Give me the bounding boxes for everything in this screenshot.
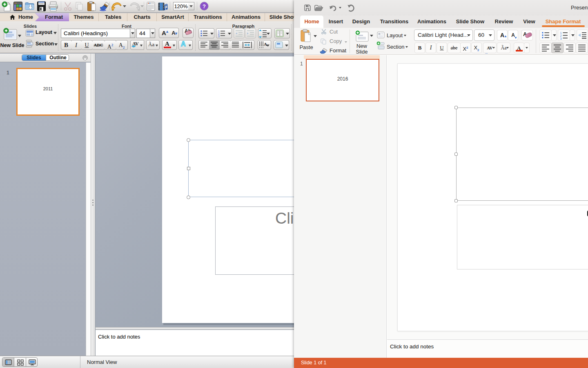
svg-text:3: 3 [560,37,562,40]
svg-text:?: ? [203,3,206,9]
svg-text:3: 3 [218,35,220,38]
